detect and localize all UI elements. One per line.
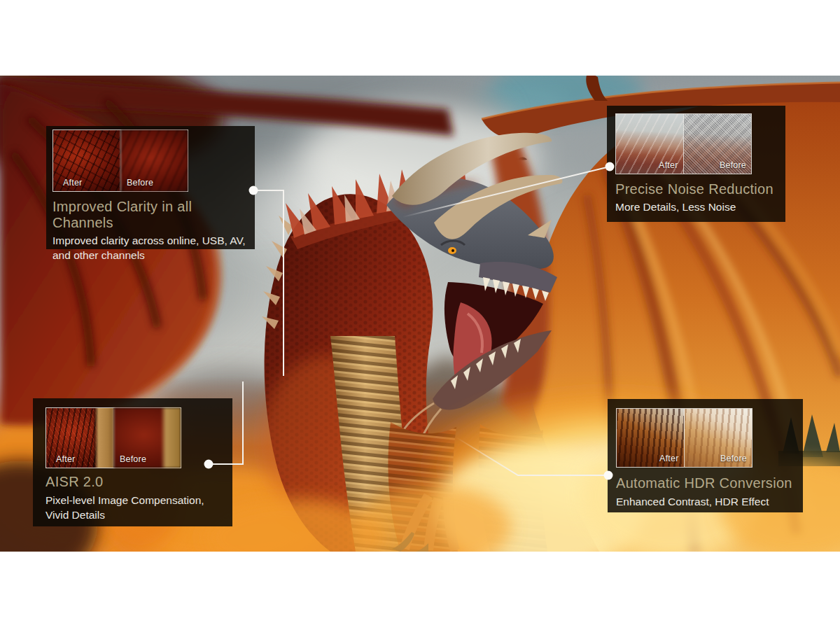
after-label: After — [63, 178, 82, 188]
callout-subtitle: Improved clarity across online, USB, AV,… — [52, 234, 253, 263]
callout-noise-reduction: After Before Precise Noise Reduction Mor… — [607, 106, 785, 222]
before-after-comparison-clarity: After Before — [52, 130, 188, 192]
before-label: Before — [720, 160, 746, 170]
feature-promo-image: After Before Improved Clarity in all Cha… — [0, 0, 840, 630]
callout-title: AISR 2.0 — [46, 474, 232, 490]
callout-improved-clarity: After Before Improved Clarity in all Cha… — [46, 126, 255, 249]
after-label: After — [56, 454, 75, 464]
before-label: Before — [127, 178, 153, 188]
callout-subtitle: More Details, Less Noise — [615, 200, 776, 215]
callout-aisr: After Before AISR 2.0 Pixel-level Image … — [33, 398, 232, 526]
before-after-comparison-noise: After Before — [615, 113, 752, 174]
callout-subtitle: Enhanced Contrast, HDR Effect — [616, 495, 794, 510]
callout-title: Improved Clarity in all Channels — [52, 199, 255, 231]
callout-hdr-conversion: After Before Automatic HDR Conversion En… — [608, 399, 803, 512]
before-label: Before — [720, 454, 747, 463]
callout-title: Automatic HDR Conversion — [616, 475, 803, 491]
after-label: After — [659, 454, 678, 463]
before-after-comparison-aisr: After Before — [46, 407, 181, 468]
callout-title: Precise Noise Reduction — [615, 181, 785, 197]
before-label: Before — [120, 454, 146, 464]
callout-subtitle: Pixel-level Image Compensation, Vivid De… — [46, 493, 222, 523]
dragon-scene: After Before Improved Clarity in all Cha… — [0, 76, 840, 552]
before-after-comparison-hdr: After Before — [616, 408, 752, 468]
after-label: After — [659, 160, 678, 170]
